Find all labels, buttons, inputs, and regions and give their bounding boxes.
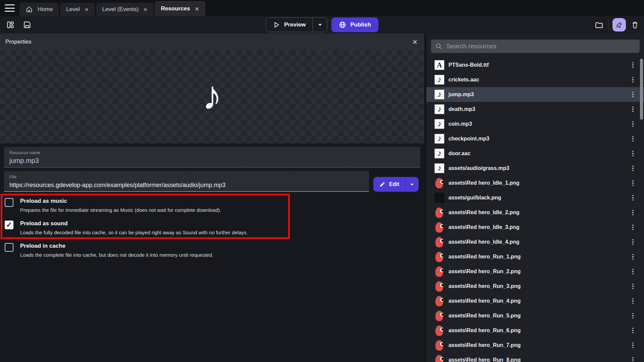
resource-row[interactable]: assets\Red hero_Run_6.png bbox=[426, 323, 644, 338]
resource-file-icon-wrap bbox=[434, 311, 444, 321]
preview-button[interactable]: Preview bbox=[266, 17, 327, 32]
scrollbar-thumb[interactable] bbox=[640, 59, 643, 120]
main-menu-icon[interactable] bbox=[5, 4, 15, 12]
resource-name-field[interactable]: Resource name jump.mp3 bbox=[4, 147, 420, 168]
kebab-menu-icon[interactable] bbox=[631, 269, 635, 275]
resource-name: checkpoint.mp3 bbox=[448, 136, 627, 142]
open-folder-icon[interactable] bbox=[594, 20, 604, 30]
globe-icon bbox=[339, 21, 346, 28]
resource-row[interactable]: assets\Red hero_Run_3.png bbox=[426, 279, 644, 294]
checkbox-preload-as-sound[interactable] bbox=[5, 221, 13, 229]
resource-name: assets\Red hero_Run_2.png bbox=[448, 268, 627, 275]
option-title: Preload as music bbox=[20, 197, 335, 205]
publish-button[interactable]: Publish bbox=[331, 17, 378, 32]
tab-resources[interactable]: Resources✕ bbox=[155, 1, 205, 16]
resource-row[interactable]: assets\Red hero_Idle_4.png bbox=[426, 235, 644, 249]
tab-close-icon[interactable]: ✕ bbox=[85, 7, 89, 12]
resource-row[interactable]: assets/gui/black.png bbox=[426, 190, 644, 205]
kebab-menu-icon[interactable] bbox=[631, 77, 635, 83]
kebab-menu-icon[interactable] bbox=[631, 328, 635, 334]
resource-row[interactable]: ♪door.aac bbox=[426, 146, 644, 161]
preview-options-dropdown[interactable] bbox=[312, 18, 327, 32]
resource-row[interactable]: ♪crickets.aac bbox=[426, 72, 644, 87]
preview-button-main[interactable]: Preview bbox=[266, 18, 312, 32]
close-icon[interactable]: ✕ bbox=[412, 39, 418, 45]
kebab-menu-icon[interactable] bbox=[631, 298, 635, 304]
kebab-menu-icon[interactable] bbox=[631, 151, 635, 157]
edit-file-dropdown[interactable] bbox=[405, 177, 419, 192]
kebab-menu-icon[interactable] bbox=[631, 313, 635, 319]
resource-name: assets\Red hero_Run_4.png bbox=[448, 298, 627, 304]
kebab-menu-icon[interactable] bbox=[631, 195, 635, 201]
resource-name: assets\Red hero_Run_3.png bbox=[448, 283, 627, 289]
file-field[interactable]: File https://resources.gdevelop-app.com/… bbox=[4, 171, 369, 192]
edit-file-button-main[interactable]: Edit bbox=[373, 177, 405, 192]
resource-name: assets\Red hero_Run_6.png bbox=[448, 327, 627, 334]
kebab-menu-icon[interactable] bbox=[631, 92, 635, 98]
kebab-menu-icon[interactable] bbox=[631, 254, 635, 260]
tab-level-events[interactable]: Level (Events)✕ bbox=[96, 3, 154, 16]
resource-row[interactable]: assets\Red hero_Idle_1.png bbox=[426, 176, 644, 190]
resource-name: assets\Red hero_Idle_2.png bbox=[448, 209, 627, 216]
kebab-menu-icon[interactable] bbox=[631, 284, 635, 289]
edit-file-button[interactable]: Edit bbox=[373, 177, 419, 192]
resource-row[interactable]: assets\Red hero_Run_7.png bbox=[426, 338, 644, 353]
kebab-menu-icon[interactable] bbox=[631, 136, 635, 142]
chevron-down-icon bbox=[317, 22, 323, 27]
tab-home[interactable]: Home bbox=[19, 3, 59, 16]
resource-row[interactable]: assets\Red hero_Run_8.png bbox=[426, 353, 644, 362]
kebab-menu-icon[interactable] bbox=[631, 343, 635, 348]
image-file-icon bbox=[435, 325, 443, 336]
resource-row[interactable]: assets\Red hero_Run_1.png bbox=[426, 249, 644, 264]
checkbox-preload-in-cache[interactable] bbox=[5, 243, 13, 252]
tab-level[interactable]: Level✕ bbox=[60, 3, 95, 16]
delete-icon[interactable] bbox=[630, 20, 640, 30]
kebab-menu-icon[interactable] bbox=[631, 357, 635, 362]
properties-header: Properties ✕ bbox=[0, 34, 424, 50]
checkbox-preload-as-music[interactable] bbox=[5, 198, 13, 207]
resource-file-icon-wrap bbox=[434, 340, 444, 350]
resource-row[interactable]: assets\Red hero_Run_2.png bbox=[426, 264, 644, 279]
resource-row[interactable]: assets\Red hero_Run_4.png bbox=[426, 294, 644, 308]
kebab-menu-icon[interactable] bbox=[631, 121, 635, 127]
tab-close-icon[interactable]: ✕ bbox=[143, 7, 148, 12]
save-icon[interactable] bbox=[22, 20, 32, 30]
resource-row[interactable]: assets\Red hero_Idle_3.png bbox=[426, 220, 644, 235]
resource-row[interactable]: ♪assets/audio/grass.mp3 bbox=[426, 161, 644, 176]
gdevelop-app: HomeLevel✕Level (Events)✕Resources✕ bbox=[0, 0, 644, 362]
kebab-menu-icon[interactable] bbox=[631, 180, 635, 186]
resource-row[interactable]: assets\Red hero_Run_5.png bbox=[426, 308, 644, 323]
resource-row[interactable]: ♪checkpoint.mp3 bbox=[426, 131, 644, 146]
resource-name: assets/gui/black.png bbox=[448, 195, 627, 201]
option-preload-in-cache: Preload in cacheLoads the complete file … bbox=[0, 242, 335, 261]
resource-row[interactable]: ♪coin.mp3 bbox=[426, 117, 644, 131]
resource-preview: ♪ bbox=[0, 50, 424, 143]
kebab-menu-icon[interactable] bbox=[631, 62, 635, 68]
toolbar-right bbox=[594, 16, 640, 34]
option-preload-as-sound: Preload as soundLoads the fully decoded … bbox=[0, 219, 335, 239]
search-bar[interactable] bbox=[431, 40, 640, 53]
kebab-menu-icon[interactable] bbox=[631, 239, 635, 245]
open-projects-panel-icon[interactable] bbox=[5, 20, 15, 30]
kebab-menu-icon[interactable] bbox=[631, 107, 635, 112]
audio-file-icon: ♪ bbox=[434, 119, 444, 129]
resource-row[interactable]: ♪jump.mp3 bbox=[426, 87, 644, 102]
kebab-menu-icon[interactable] bbox=[631, 210, 635, 216]
tab-bar: HomeLevel✕Level (Events)✕Resources✕ bbox=[0, 0, 644, 16]
resource-row[interactable]: assets\Red hero_Idle_2.png bbox=[426, 205, 644, 220]
file-value: https://resources.gdevelop-app.com/examp… bbox=[9, 182, 364, 189]
tab-close-icon[interactable]: ✕ bbox=[195, 6, 199, 11]
resource-file-icon-wrap: ♪ bbox=[434, 134, 444, 144]
kebab-menu-icon[interactable] bbox=[631, 225, 635, 230]
kebab-menu-icon[interactable] bbox=[631, 166, 635, 171]
pencil-icon bbox=[379, 181, 385, 187]
resource-row[interactable]: ♪death.mp3 bbox=[426, 102, 644, 117]
chevron-down-icon bbox=[410, 182, 415, 187]
resource-name-label: Resource name bbox=[9, 150, 415, 155]
search-input[interactable] bbox=[446, 43, 636, 50]
image-file-icon bbox=[435, 311, 443, 321]
resource-row[interactable]: APTSans-Bold.ttf bbox=[426, 58, 644, 72]
edit-properties-toggle-button[interactable] bbox=[612, 18, 626, 32]
option-title: Preload as sound bbox=[20, 219, 335, 227]
music-note-icon: ♪ bbox=[202, 75, 222, 115]
